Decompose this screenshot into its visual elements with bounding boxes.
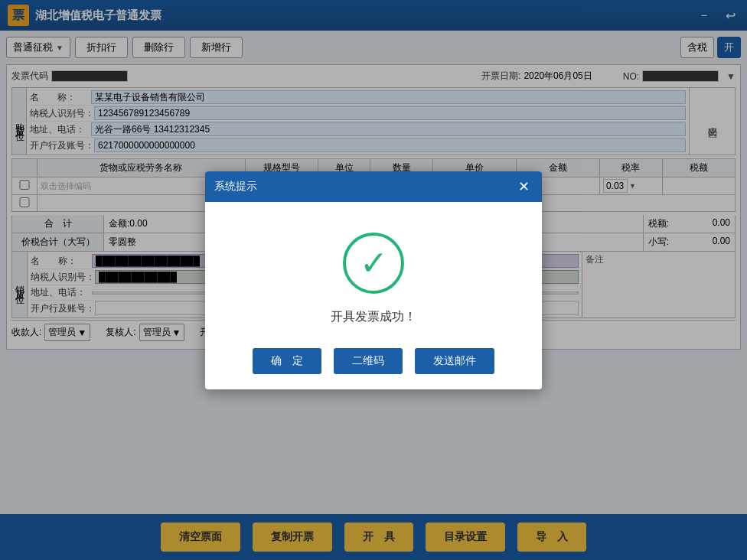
modal-confirm-button[interactable]: 确 定 [253, 348, 321, 374]
modal-title: 系统提示 [214, 180, 257, 194]
success-icon: ✓ [343, 233, 404, 294]
modal-close-button[interactable]: ✕ [514, 177, 533, 196]
modal-overlay: 系统提示 ✕ ✓ 开具发票成功！ 确 定 二维码 发送邮件 [0, 0, 747, 560]
modal-email-button[interactable]: 发送邮件 [415, 348, 494, 374]
modal-body: ✓ 开具发票成功！ 确 定 二维码 发送邮件 [205, 202, 542, 389]
modal-title-bar: 系统提示 ✕ [205, 171, 542, 202]
modal-message: 开具发票成功！ [331, 309, 416, 325]
modal-qrcode-button[interactable]: 二维码 [334, 348, 403, 374]
modal-buttons: 确 定 二维码 发送邮件 [253, 348, 494, 374]
checkmark-icon: ✓ [360, 246, 388, 280]
modal-dialog: 系统提示 ✕ ✓ 开具发票成功！ 确 定 二维码 发送邮件 [205, 171, 542, 389]
